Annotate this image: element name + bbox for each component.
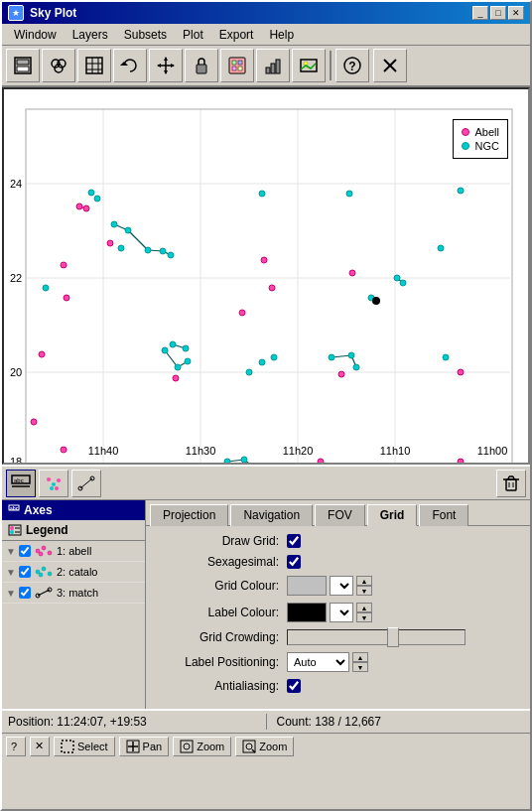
tab-projection[interactable]: Projection — [150, 504, 228, 526]
select-btn-label: Select — [77, 741, 108, 752]
layer-arrow-1[interactable]: ▼ — [6, 546, 16, 557]
antialiasing-label: Antialiasing: — [158, 679, 287, 693]
delete-layer-btn[interactable] — [496, 470, 526, 497]
svg-point-93 — [36, 570, 40, 574]
refresh-toolbar-btn[interactable] — [113, 49, 147, 82]
svg-text:?: ? — [348, 60, 355, 73]
menu-window[interactable]: Window — [6, 26, 65, 44]
data-point — [477, 464, 484, 466]
x-label-11h00: 11h00 — [477, 445, 508, 457]
menu-export[interactable]: Export — [211, 26, 262, 44]
menu-help[interactable]: Help — [261, 26, 302, 44]
zoom-in-mode-btn[interactable]: Zoom — [173, 737, 231, 756]
close-toolbar-btn[interactable] — [373, 49, 407, 82]
data-point — [246, 369, 253, 376]
bottom-panel: abc abc Axes Legend — [2, 465, 530, 758]
svg-rect-104 — [181, 741, 193, 752]
menu-layers[interactable]: Layers — [65, 26, 116, 44]
grid-colour-swatch[interactable] — [287, 576, 327, 596]
grid-toolbar-btn[interactable] — [77, 49, 111, 82]
label-pos-down[interactable]: ▼ — [352, 662, 368, 672]
help-toolbar-btn[interactable]: ? — [335, 49, 369, 82]
grid-colour-down[interactable]: ▼ — [356, 586, 372, 596]
layer-item-1[interactable]: ▼ 1: abell — [2, 541, 145, 562]
layer-item-2[interactable]: ▼ 2: catalo — [2, 562, 145, 583]
layer-check-3[interactable] — [19, 587, 31, 599]
menu-plot[interactable]: Plot — [175, 26, 211, 44]
status-position: Position: 11:24:07, +19:53 — [8, 715, 256, 729]
tab-fov[interactable]: FOV — [315, 504, 365, 526]
bottom-help-btn[interactable]: ? — [6, 737, 26, 756]
axes-panel-btn[interactable]: abc — [6, 470, 36, 497]
maximize-btn[interactable]: □ — [490, 6, 506, 20]
select-mode-btn[interactable]: Select — [54, 737, 115, 756]
grid-crowding-slider-container — [287, 629, 518, 645]
label-positioning-select[interactable]: Auto Manual — [287, 652, 349, 672]
image-toolbar-btn[interactable] — [292, 49, 326, 82]
svg-line-74 — [80, 478, 92, 488]
paint-toolbar-btn[interactable] — [220, 49, 254, 82]
data-point — [64, 295, 70, 302]
layer-arrow-3[interactable]: ▼ — [6, 588, 16, 599]
zoom-out-mode-btn[interactable]: Zoom — [235, 737, 294, 756]
subsets-toolbar-btn[interactable] — [42, 49, 75, 82]
data-point — [162, 347, 169, 354]
data-point — [241, 457, 248, 464]
label-colour-down[interactable]: ▼ — [356, 612, 372, 622]
bottom-close-btn[interactable]: ✕ — [30, 737, 50, 756]
svg-rect-2 — [17, 67, 29, 71]
window-controls: _ □ ✕ — [472, 6, 524, 20]
scatter-panel-btn[interactable] — [39, 470, 68, 497]
lock-toolbar-btn[interactable] — [185, 49, 218, 82]
grid-tab-content: Draw Grid: Sexagesimal: Grid Colour: — [146, 526, 530, 709]
sexagesimal-checkbox[interactable] — [287, 555, 301, 569]
status-divider — [266, 714, 267, 730]
grid-crowding-slider[interactable] — [287, 629, 466, 645]
menu-subsets[interactable]: Subsets — [116, 26, 175, 44]
layer-item-3[interactable]: ▼ 3: match — [2, 583, 145, 604]
svg-point-92 — [39, 552, 43, 556]
label-pos-up[interactable]: ▲ — [352, 652, 368, 662]
grid-colour-arrows: ▲ ▼ — [356, 576, 372, 596]
sky-plot-canvas[interactable]: 2° 24 22 20 18 11h40 11h30 11h20 11h10 1… — [2, 87, 530, 465]
sexagesimal-label: Sexagesimal: — [158, 555, 287, 569]
data-point — [458, 188, 465, 195]
layer-check-2[interactable] — [19, 566, 31, 578]
data-point — [348, 352, 355, 359]
toolbar-separator — [330, 51, 332, 80]
sexagesimal-row: Sexagesimal: — [158, 555, 518, 569]
layers-toolbar-btn[interactable] — [6, 49, 40, 82]
draw-grid-checkbox[interactable] — [287, 534, 301, 548]
layer-check-1[interactable] — [19, 545, 31, 557]
grid-colour-up[interactable]: ▲ — [356, 576, 372, 586]
data-point — [175, 364, 182, 371]
data-point — [261, 257, 268, 264]
minimize-btn[interactable]: _ — [472, 6, 488, 20]
title-bar: ★ Sky Plot _ □ ✕ — [2, 2, 530, 24]
move-toolbar-btn[interactable] — [149, 49, 183, 82]
pan-icon — [126, 740, 140, 753]
zoom-out-icon — [242, 740, 256, 753]
draw-grid-row: Draw Grid: — [158, 534, 518, 548]
tab-font[interactable]: Font — [419, 504, 468, 526]
connect-panel-btn[interactable] — [71, 470, 101, 497]
grid-colour-select[interactable] — [330, 576, 353, 596]
label-colour-up[interactable]: ▲ — [356, 603, 372, 612]
svg-rect-24 — [266, 68, 270, 73]
close-window-btn[interactable]: ✕ — [508, 6, 524, 20]
stats-toolbar-btn[interactable] — [256, 49, 290, 82]
tab-navigation[interactable]: Navigation — [230, 504, 313, 526]
svg-point-91 — [48, 551, 52, 555]
layer-arrow-2[interactable]: ▼ — [6, 567, 16, 578]
data-point — [118, 245, 125, 252]
label-colour-select[interactable] — [330, 603, 353, 622]
data-point — [329, 354, 335, 361]
antialiasing-checkbox[interactable] — [287, 679, 301, 693]
grid-colour-control: ▲ ▼ — [287, 576, 372, 596]
data-point — [372, 297, 380, 305]
label-colour-swatch[interactable] — [287, 603, 327, 622]
zoom-in-icon — [180, 740, 194, 753]
svg-point-90 — [42, 546, 46, 550]
tab-grid[interactable]: Grid — [367, 504, 418, 526]
pan-mode-btn[interactable]: Pan — [119, 737, 170, 756]
